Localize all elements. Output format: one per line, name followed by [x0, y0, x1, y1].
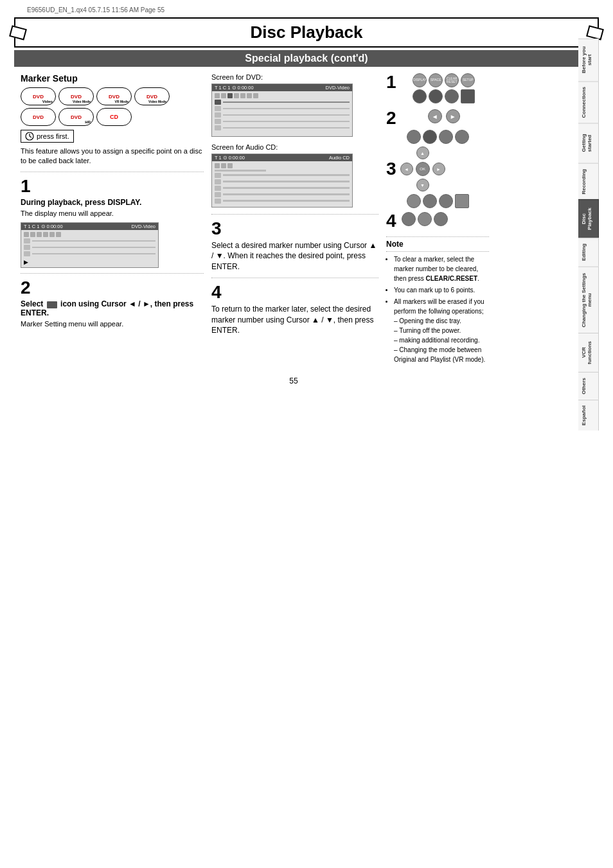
dvd-logo-video: DVD Video — [21, 87, 56, 105]
remote-btn-row4-d — [455, 194, 469, 208]
audio-line5 — [223, 193, 350, 195]
sidebar-tab-vcr[interactable]: VCR functions — [578, 333, 599, 372]
sidebar-tab-connections[interactable]: Connections — [578, 81, 599, 123]
dvd-icon7 — [253, 93, 258, 98]
step1-remote-row: 1 DISPLAY SPACE CLEAR RESET SETUP — [386, 73, 489, 105]
note-divider-top — [386, 236, 489, 237]
dvd-logos: DVD Video DVD Video Mode DVD VR Mode DVD… — [21, 87, 204, 126]
note-divider-bottom — [386, 251, 489, 252]
audio-line2 — [223, 174, 350, 176]
s1-row-icon — [24, 238, 30, 244]
audio-row2 — [215, 173, 350, 178]
dvd-icon2 — [221, 93, 226, 98]
dvd-row4 — [215, 119, 350, 124]
s1-line2 — [32, 247, 155, 249]
dvd-r-icon2 — [215, 106, 221, 111]
note-item-3: All markers will be erased if you perfor… — [394, 297, 489, 364]
sidebar-tab-getting-started[interactable]: Getting started — [578, 123, 599, 163]
dvd-icon-row — [215, 93, 350, 98]
dvd-icon4 — [234, 93, 239, 98]
remote-btn-row5-c — [434, 212, 448, 226]
nav-up-btn: ▲ — [416, 146, 429, 159]
dvd-screen-header: T 1 C 1 ⊙ 0:00:00 DVD-Video — [212, 84, 352, 91]
step1-icon-row — [24, 232, 155, 237]
dvd-screen-body — [212, 91, 352, 136]
dvd-line5 — [223, 127, 350, 129]
dvd-r-icon4 — [215, 119, 221, 124]
dvd-line1 — [223, 102, 350, 103]
s1-icon3 — [37, 232, 42, 237]
sidebar-tab-editing[interactable]: Editing — [578, 238, 599, 266]
dvd-line4 — [223, 121, 350, 123]
sidebar-tab-recording[interactable]: Recording — [578, 163, 599, 200]
step1-header-right: DVD-Video — [132, 224, 155, 229]
audio-screen-label: Screen for Audio CD: — [211, 143, 378, 151]
svg-line-2 — [30, 136, 31, 137]
step1-screen-header: T 1 C 1 ⊙ 0:00:00 DVD-Video — [21, 223, 158, 230]
dvd-row3 — [215, 112, 350, 118]
sidebar: Before you start Connections Getting sta… — [578, 39, 599, 430]
s1-icon4 — [43, 232, 48, 237]
s1-icon2 — [30, 232, 35, 237]
s1-row1 — [24, 238, 155, 244]
dvd-line3 — [223, 114, 350, 116]
remote-btn-b — [429, 89, 443, 103]
note-text: To clear a marker, select the marker num… — [386, 254, 489, 364]
press-first-text: press first. — [37, 132, 69, 140]
audio-screen-body — [212, 161, 352, 207]
feature-text: This feature allows you to assign a spec… — [21, 146, 204, 166]
audio-icon1 — [215, 163, 220, 168]
remote-btn-row4-c — [439, 194, 453, 208]
sidebar-tab-before-you-start[interactable]: Before you start — [578, 39, 599, 81]
sidebar-tab-changing-settings[interactable]: Changing the Settings menu — [578, 267, 599, 333]
s1-row3 — [24, 251, 155, 256]
step3-divider — [211, 214, 378, 215]
remote-btn-row3-c — [439, 130, 453, 144]
remote-btn-c — [445, 89, 459, 103]
sidebar-tab-others[interactable]: Others — [578, 372, 599, 400]
audio-line1 — [215, 170, 266, 172]
sidebar-tab-espanol[interactable]: Español — [578, 400, 599, 430]
audio-header-left: T 1 ⊙ 0:00:00 — [215, 155, 245, 161]
note-item-2: You can mark up to 6 points. — [394, 285, 489, 295]
dvd-logo-vr-mode: DVD VR Mode — [96, 87, 132, 105]
audio-row4 — [215, 186, 350, 191]
step2-cursor: Cursor — [101, 299, 126, 308]
step2-num-right: 2 — [386, 109, 396, 127]
dvd-header-left: T 1 C 1 ⊙ 0:00:00 — [215, 85, 254, 91]
remote-btn-row4-a — [407, 194, 421, 208]
remote-btn-d — [461, 89, 475, 103]
dvd-line2 — [223, 108, 350, 110]
left-section: Marker Setup DVD Video DVD Video Mode DV… — [21, 73, 204, 366]
audio-header-right: Audio CD — [329, 155, 350, 161]
remote-row2 — [399, 89, 489, 103]
s1-icon6 — [56, 232, 61, 237]
step2-body: Marker Setting menu will appear. — [21, 319, 204, 329]
sidebar-tab-disc-playback[interactable]: Disc Playback — [578, 199, 599, 238]
nav-right-btn: ► — [446, 109, 460, 123]
remote-row3 — [386, 130, 489, 144]
middle-section: Screen for DVD: T 1 C 1 ⊙ 0:00:00 DVD-Vi… — [211, 73, 378, 366]
s1-line3 — [32, 253, 155, 255]
remote-space-btn: SPACE — [429, 73, 443, 87]
step1-num-right: 1 — [386, 73, 396, 91]
step1-body: The display menu will appear. — [21, 209, 204, 218]
step4-num-right: 4 — [386, 212, 396, 230]
remote-setup-btn: SETUP — [461, 73, 475, 87]
remote-btn-row3-a — [407, 130, 421, 144]
step2-number: 2 — [21, 278, 204, 298]
remote-btn-a — [413, 89, 427, 103]
nav-ok-btn: OK — [416, 162, 430, 176]
dvd-row2 — [215, 106, 350, 111]
dvd-row5 — [215, 125, 350, 130]
press-first-box: press first. — [21, 130, 74, 143]
timer-icon — [25, 132, 34, 141]
page-title: Disc Playback — [251, 22, 363, 42]
dvd-logo-video-mode: DVD Video Mode — [58, 87, 94, 105]
step4-remote-row: 4 — [386, 212, 489, 230]
step2-icon-label: icon using — [60, 299, 101, 308]
audio-line3 — [223, 181, 350, 182]
audio-icon-row — [215, 163, 350, 168]
dvd-logo-video-mode2: DVD Video Mode — [134, 87, 170, 105]
right-section: 1 DISPLAY SPACE CLEAR RESET SETUP — [386, 73, 515, 366]
